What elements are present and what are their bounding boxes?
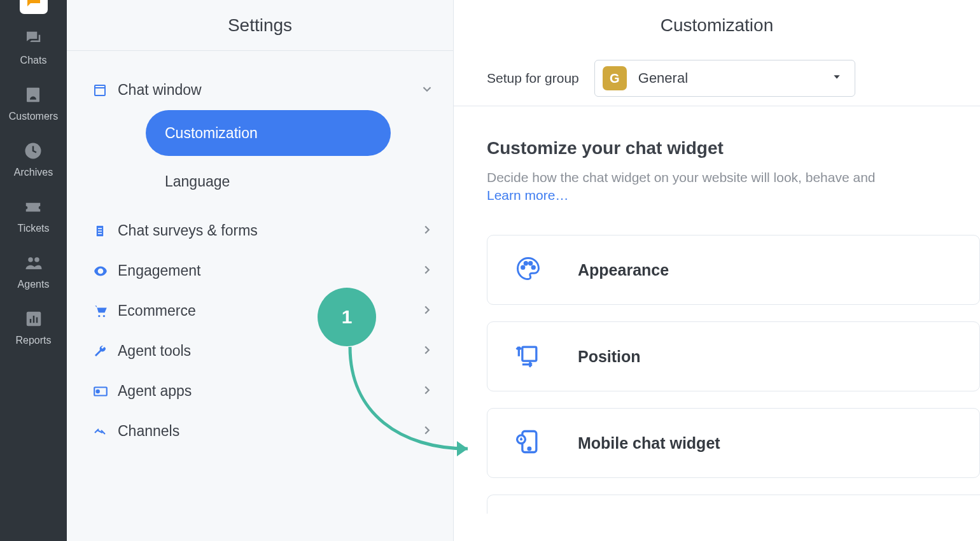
settings-title: Settings xyxy=(67,0,453,51)
section-label: Chat window xyxy=(118,81,420,99)
svg-point-9 xyxy=(99,269,102,272)
chats-icon xyxy=(24,29,43,51)
section-engagement[interactable]: Engagement xyxy=(86,251,440,291)
customers-icon xyxy=(24,85,43,107)
archives-icon xyxy=(24,141,43,163)
card-partial[interactable] xyxy=(487,495,980,514)
chevron-right-icon xyxy=(420,383,434,400)
svg-point-18 xyxy=(529,262,531,265)
chevron-down-icon xyxy=(420,82,434,99)
eye-icon xyxy=(92,263,118,279)
mobile-icon xyxy=(514,428,578,458)
apps-icon xyxy=(92,383,118,400)
section-label: Agent apps xyxy=(118,383,420,400)
caret-down-icon xyxy=(832,72,842,85)
group-selected-value: General xyxy=(638,70,832,87)
section-label: Engagement xyxy=(118,262,420,279)
rail-item-agents[interactable]: Agents xyxy=(18,253,50,290)
section-agent-tools[interactable]: Agent tools xyxy=(86,331,440,371)
rail-item-archives[interactable]: Archives xyxy=(14,141,53,178)
svg-rect-20 xyxy=(522,347,536,361)
svg-point-1 xyxy=(28,257,33,262)
card-label: Appearance xyxy=(578,261,669,279)
group-badge: G xyxy=(603,66,627,90)
window-icon xyxy=(92,83,118,98)
channels-icon xyxy=(92,424,118,439)
agents-icon xyxy=(24,253,43,275)
section-heading: Customize your chat widget xyxy=(487,138,980,158)
svg-point-16 xyxy=(522,266,524,269)
chevron-right-icon xyxy=(420,223,434,239)
svg-rect-6 xyxy=(36,318,38,323)
main-title: Customization xyxy=(454,0,980,51)
rail-label: Customers xyxy=(9,111,58,122)
main-panel: Customization Setup for group G General … xyxy=(454,0,980,541)
reports-icon xyxy=(24,309,43,331)
svg-marker-15 xyxy=(834,75,839,78)
wrench-icon xyxy=(92,344,118,359)
rail-label: Reports xyxy=(15,335,51,346)
settings-sidebar: Settings Chat window Customization Langu… xyxy=(67,0,454,541)
group-label: Setup for group xyxy=(487,71,579,86)
annotation-step-badge: 1 xyxy=(318,288,376,346)
rail-label: Agents xyxy=(18,279,50,290)
cart-icon xyxy=(92,303,118,320)
left-nav-rail: Chats Customers Archives Tickets Agents … xyxy=(0,0,67,541)
rail-item-chats[interactable]: Chats xyxy=(20,29,47,66)
clipboard-icon xyxy=(92,223,118,239)
svg-rect-7 xyxy=(95,85,105,95)
section-label: Chat surveys & forms xyxy=(118,222,420,239)
svg-point-10 xyxy=(98,314,100,316)
chevron-right-icon xyxy=(420,423,434,440)
chevron-right-icon xyxy=(420,263,434,279)
svg-point-17 xyxy=(524,262,527,265)
section-label: Channels xyxy=(118,423,420,440)
card-appearance[interactable]: Appearance xyxy=(487,235,980,305)
card-position[interactable]: Position xyxy=(487,321,980,391)
app-logo xyxy=(20,0,48,14)
svg-rect-5 xyxy=(32,316,34,323)
section-label: Agent tools xyxy=(118,342,420,360)
section-description: Decide how the chat widget on your websi… xyxy=(487,170,980,185)
svg-rect-4 xyxy=(29,319,31,323)
section-surveys-forms[interactable]: Chat surveys & forms xyxy=(86,211,440,251)
svg-point-22 xyxy=(528,447,531,450)
group-dropdown[interactable]: G General xyxy=(594,60,855,97)
card-label: Mobile chat widget xyxy=(578,434,720,453)
subitem-language[interactable]: Language xyxy=(146,158,391,204)
position-icon xyxy=(514,341,578,372)
section-chat-window[interactable]: Chat window xyxy=(86,70,440,110)
rail-item-customers[interactable]: Customers xyxy=(9,85,58,122)
svg-point-11 xyxy=(103,314,105,316)
svg-point-13 xyxy=(97,390,99,392)
card-mobile-widget[interactable]: Mobile chat widget xyxy=(487,408,980,478)
subitem-customization[interactable]: Customization xyxy=(146,110,391,156)
rail-label: Chats xyxy=(20,55,47,66)
card-label: Position xyxy=(578,348,641,366)
section-agent-apps[interactable]: Agent apps xyxy=(86,371,440,411)
rail-label: Tickets xyxy=(17,223,49,234)
tickets-icon xyxy=(24,197,43,219)
chevron-right-icon xyxy=(420,303,434,320)
rail-item-tickets[interactable]: Tickets xyxy=(17,197,49,234)
section-channels[interactable]: Channels xyxy=(86,411,440,451)
learn-more-link[interactable]: Learn more… xyxy=(487,188,568,202)
svg-point-2 xyxy=(34,257,39,262)
group-selector-bar: Setup for group G General xyxy=(454,51,980,106)
rail-label: Archives xyxy=(14,167,53,178)
svg-point-19 xyxy=(532,266,535,269)
section-ecommerce[interactable]: Ecommerce xyxy=(86,291,440,331)
palette-icon xyxy=(514,255,578,285)
rail-item-reports[interactable]: Reports xyxy=(15,309,51,346)
chevron-right-icon xyxy=(420,343,434,360)
